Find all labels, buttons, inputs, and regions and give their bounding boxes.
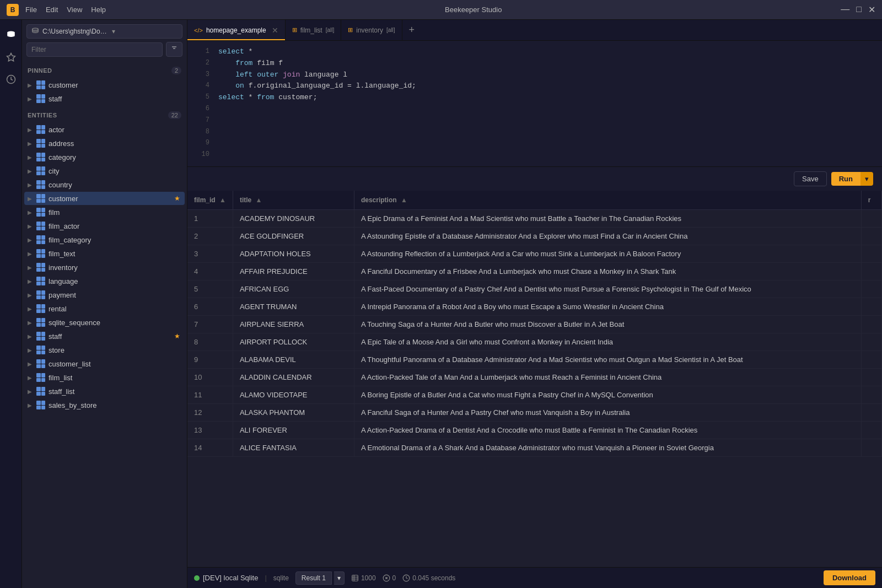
tab-close-icon[interactable]: ✕ (272, 26, 278, 35)
entity-address[interactable]: ▶address (24, 137, 185, 150)
entity-sqlite_sequence[interactable]: ▶sqlite_sequence (24, 316, 185, 329)
titlebar: B File Edit View Help Beekeeper Studio —… (0, 0, 882, 20)
close-button[interactable]: ✕ (868, 4, 875, 15)
table-row[interactable]: 4 AFFAIR PREJUDICE A Fanciful Documentar… (187, 262, 882, 280)
entity-language[interactable]: ▶language (24, 274, 185, 288)
db-selector[interactable]: C:\Users\ghstng\Downloads ▾ (26, 24, 182, 39)
maximize-button[interactable]: □ (856, 4, 862, 15)
entity-film_text[interactable]: ▶film_text (24, 247, 185, 260)
run-button[interactable]: Run (831, 172, 861, 186)
table-row[interactable]: 11 ALAMO VIDEOTAPE A Boring Epistle of a… (187, 386, 882, 403)
entity-film_list[interactable]: ▶film_list (24, 371, 185, 384)
entity-customer_list[interactable]: ▶customer_list (24, 357, 185, 370)
save-button[interactable]: Save (794, 171, 827, 186)
table-icon (36, 263, 45, 272)
entity-city[interactable]: ▶city (24, 164, 185, 177)
table-row[interactable]: 14 ALICE FANTASIA A Emotional Drama of a… (187, 439, 882, 456)
expand-arrow: ▶ (28, 96, 36, 102)
cell-id: 9 (187, 350, 233, 368)
db-selector-container: C:\Users\ghstng\Downloads ▾ (22, 20, 187, 61)
entity-film_actor[interactable]: ▶film_actor (24, 219, 185, 233)
nav-database-icon[interactable] (2, 26, 20, 44)
sql-editor[interactable]: 1 select * 2 from film f 3 left outer jo… (187, 41, 882, 167)
minimize-button[interactable]: — (841, 4, 849, 15)
run-dropdown-button[interactable]: ▾ (861, 172, 873, 186)
entity-staff[interactable]: ▶staff★ (24, 330, 185, 343)
result-tab-dropdown[interactable]: ▾ (334, 571, 345, 585)
cell-title: ALAMO VIDEOTAPE (233, 386, 354, 403)
tab-homepage-example[interactable]: </> homepage_example ✕ (187, 20, 286, 40)
table-row[interactable]: 5 AFRICAN EGG A Fast-Paced Documentary o… (187, 280, 882, 298)
table-icon (36, 359, 45, 368)
tab-film-list[interactable]: ⊞ film_list [all] (286, 20, 342, 40)
cell-r (861, 350, 881, 368)
menu-edit[interactable]: Edit (46, 6, 58, 14)
table-row[interactable]: 13 ALI FOREVER A Action-Packed Drama of … (187, 421, 882, 439)
filter-input[interactable] (26, 42, 163, 57)
cell-title: ACE GOLDFINGER (233, 227, 354, 245)
filter-button[interactable] (166, 42, 182, 57)
cell-title: AFRICAN EGG (233, 280, 354, 298)
table-row[interactable]: 9 ALABAMA DEVIL A Thoughtful Panorama of… (187, 350, 882, 368)
cell-id: 13 (187, 421, 233, 439)
nav-history-icon[interactable] (2, 71, 20, 88)
pin-icon: ★ (174, 195, 180, 202)
col-film-id[interactable]: film_id ▲ (187, 191, 233, 210)
menu-view[interactable]: View (67, 6, 82, 14)
table-wrapper[interactable]: film_id ▲ title ▲ description ▲ r 1 ACAD… (187, 191, 882, 567)
entity-inventory[interactable]: ▶inventory (24, 261, 185, 274)
titlebar-controls: — □ ✕ (841, 4, 875, 15)
tab-inventory[interactable]: ⊞ inventory [all] (341, 20, 402, 40)
query-icon: </> (194, 27, 203, 34)
entity-customer[interactable]: ▶customer★ (24, 192, 185, 205)
entity-store[interactable]: ▶store (24, 343, 185, 357)
pinned-item-customer[interactable]: ▶ customer ✕ (24, 78, 185, 91)
menu-help[interactable]: Help (91, 6, 106, 14)
db-type: sqlite (273, 574, 289, 582)
entity-staff_list[interactable]: ▶staff_list (24, 385, 185, 398)
result-tab-button[interactable]: Result 1 (295, 571, 332, 585)
col-description[interactable]: description ▲ (354, 191, 861, 210)
cell-id: 6 (187, 298, 233, 315)
result-tab-group: Result 1 ▾ (295, 571, 345, 585)
cell-r (861, 262, 881, 280)
table-icon (36, 304, 45, 313)
cell-title: AIRPORT POLLOCK (233, 333, 354, 350)
download-button[interactable]: Download (824, 570, 875, 585)
cell-description: A Touching Saga of a Hunter And a Butler… (354, 315, 861, 333)
cell-description: A Boring Epistle of a Butler And a Cat w… (354, 386, 861, 403)
table-row[interactable]: 1 ACADEMY DINOSAUR A Epic Drama of a Fem… (187, 209, 882, 227)
entity-payment[interactable]: ▶payment (24, 288, 185, 301)
cell-description: A Fanciful Documentary of a Frisbee And … (354, 262, 861, 280)
col-r[interactable]: r (861, 191, 881, 210)
entity-actor[interactable]: ▶actor (24, 123, 185, 136)
cell-title: ALASKA PHANTOM (233, 403, 354, 421)
table-row[interactable]: 7 AIRPLANE SIERRA A Touching Saga of a H… (187, 315, 882, 333)
entity-country[interactable]: ▶country (24, 178, 185, 191)
col-title[interactable]: title ▲ (233, 191, 354, 210)
separator: | (265, 574, 266, 582)
table-row[interactable]: 2 ACE GOLDFINGER A Astounding Epistle of… (187, 227, 882, 245)
entity-sales_by_store[interactable]: ▶sales_by_store (24, 398, 185, 412)
menu-file[interactable]: File (25, 6, 37, 14)
entity-film_category[interactable]: ▶film_category (24, 233, 185, 246)
svg-point-3 (33, 28, 39, 30)
entity-film[interactable]: ▶film (24, 206, 185, 219)
editor-line-9: 9 (187, 138, 882, 149)
table-row[interactable]: 3 ADAPTATION HOLES A Astounding Reflecti… (187, 245, 882, 262)
titlebar-menu: File Edit View Help (25, 6, 106, 14)
cell-id: 5 (187, 280, 233, 298)
cell-description: A Epic Tale of a Moose And a Girl who mu… (354, 333, 861, 350)
table-row[interactable]: 6 AGENT TRUMAN A Intrepid Panorama of a … (187, 298, 882, 315)
app-icon: B (7, 4, 19, 16)
entity-category[interactable]: ▶category (24, 150, 185, 164)
entity-rental[interactable]: ▶rental (24, 302, 185, 315)
add-tab-button[interactable]: + (402, 24, 422, 36)
table-row[interactable]: 10 ALADDIN CALENDAR A Action-Packed Tale… (187, 368, 882, 386)
table-icon (36, 180, 45, 189)
svg-rect-7 (352, 575, 358, 581)
nav-favorites-icon[interactable] (2, 48, 20, 66)
table-row[interactable]: 8 AIRPORT POLLOCK A Epic Tale of a Moose… (187, 333, 882, 350)
pinned-item-staff[interactable]: ▶ staff ✕ (24, 92, 185, 105)
table-row[interactable]: 12 ALASKA PHANTOM A Fanciful Saga of a H… (187, 403, 882, 421)
